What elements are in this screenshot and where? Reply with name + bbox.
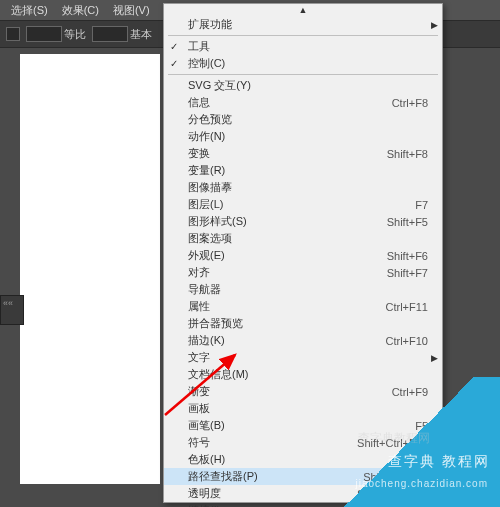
menu-item-label: SVG 交互(Y) bbox=[188, 78, 428, 93]
menu-item[interactable]: 信息Ctrl+F8 bbox=[164, 94, 442, 111]
menu-item-shortcut: Ctrl+F8 bbox=[392, 97, 428, 109]
menu-item-label: 图层(L) bbox=[188, 197, 415, 212]
menu-item-label: 导航器 bbox=[188, 282, 428, 297]
menu-item[interactable]: 变量(R) bbox=[164, 162, 442, 179]
menu-item[interactable]: ✓工具 bbox=[164, 38, 442, 55]
menu-item-label: 信息 bbox=[188, 95, 392, 110]
panel-collapse-icon[interactable]: «« bbox=[1, 296, 23, 310]
toolbar-input-2[interactable] bbox=[92, 26, 128, 42]
check-icon: ✓ bbox=[170, 58, 178, 69]
menu-item[interactable]: 对齐Shift+F7 bbox=[164, 264, 442, 281]
menu-item-label: 图案选项 bbox=[188, 231, 428, 246]
menu-item-label: 变换 bbox=[188, 146, 387, 161]
watermark-url: jiaocheng.chazidian.com bbox=[355, 478, 488, 489]
menu-item[interactable]: 图形样式(S)Shift+F5 bbox=[164, 213, 442, 230]
toolbar-field-1: 等比 bbox=[26, 26, 86, 42]
collapsed-panel[interactable]: «« bbox=[0, 295, 24, 325]
menu-separator bbox=[168, 74, 438, 75]
canvas-area[interactable] bbox=[20, 54, 160, 484]
menu-item-label: 图像描摹 bbox=[188, 180, 428, 195]
menu-item-label: 图形样式(S) bbox=[188, 214, 387, 229]
toolbar-label-2: 基本 bbox=[130, 27, 152, 42]
menu-item-label: 外观(E) bbox=[188, 248, 387, 263]
menu-item-label: 对齐 bbox=[188, 265, 387, 280]
menu-item[interactable]: ✓控制(C) bbox=[164, 55, 442, 72]
toolbar-swatch[interactable] bbox=[6, 27, 20, 41]
menu-item[interactable]: 图案选项 bbox=[164, 230, 442, 247]
watermark-text: 查字典 教程网 bbox=[388, 453, 490, 471]
submenu-arrow-icon: ▶ bbox=[431, 20, 438, 30]
menu-view[interactable]: 视图(V) bbox=[106, 1, 157, 20]
menu-item-label: 变量(R) bbox=[188, 163, 428, 178]
menu-item[interactable]: 外观(E)Shift+F6 bbox=[164, 247, 442, 264]
menu-item-label: 描边(K) bbox=[188, 333, 386, 348]
check-icon: ✓ bbox=[170, 41, 178, 52]
menu-item[interactable]: 分色预览 bbox=[164, 111, 442, 128]
menu-effect[interactable]: 效果(C) bbox=[55, 1, 106, 20]
menu-item[interactable]: 动作(N) bbox=[164, 128, 442, 145]
menu-item[interactable]: 图像描摹 bbox=[164, 179, 442, 196]
toolbar-label-1: 等比 bbox=[64, 27, 86, 42]
menu-item[interactable]: 图层(L)F7 bbox=[164, 196, 442, 213]
menu-item[interactable]: 拼合器预览 bbox=[164, 315, 442, 332]
menu-item-shortcut: Shift+F6 bbox=[387, 250, 428, 262]
menu-item-label: 属性 bbox=[188, 299, 386, 314]
scroll-up-arrow-icon[interactable]: ▲ bbox=[164, 4, 442, 16]
menu-item-shortcut: Ctrl+F11 bbox=[386, 301, 429, 313]
menu-separator bbox=[168, 35, 438, 36]
menu-item[interactable]: 扩展功能▶ bbox=[164, 16, 442, 33]
menu-item-label: 扩展功能 bbox=[188, 17, 428, 32]
menu-item-shortcut: Shift+F7 bbox=[387, 267, 428, 279]
menu-item[interactable]: 文字▶ bbox=[164, 349, 442, 366]
menu-item[interactable]: 描边(K)Ctrl+F10 bbox=[164, 332, 442, 349]
menu-item[interactable]: SVG 交互(Y) bbox=[164, 77, 442, 94]
submenu-arrow-icon: ▶ bbox=[431, 353, 438, 363]
menu-item[interactable]: 属性Ctrl+F11 bbox=[164, 298, 442, 315]
menu-item-label: 分色预览 bbox=[188, 112, 428, 127]
menu-item-shortcut: Shift+F5 bbox=[387, 216, 428, 228]
menu-item-label: 工具 bbox=[188, 39, 428, 54]
menu-item-shortcut: F7 bbox=[415, 199, 428, 211]
menu-item-label: 文字 bbox=[188, 350, 428, 365]
menu-item-label: 拼合器预览 bbox=[188, 316, 428, 331]
watermark-ghost: 查字典教程网 bbox=[358, 430, 430, 447]
toolbar-input-1[interactable] bbox=[26, 26, 62, 42]
menu-item-shortcut: Ctrl+F10 bbox=[386, 335, 429, 347]
menu-item[interactable]: 导航器 bbox=[164, 281, 442, 298]
menu-item-label: 控制(C) bbox=[188, 56, 428, 71]
menu-item[interactable]: 变换Shift+F8 bbox=[164, 145, 442, 162]
menu-item-shortcut: Shift+F8 bbox=[387, 148, 428, 160]
toolbar-field-2: 基本 bbox=[92, 26, 152, 42]
menu-select[interactable]: 选择(S) bbox=[4, 1, 55, 20]
menu-item-label: 动作(N) bbox=[188, 129, 428, 144]
